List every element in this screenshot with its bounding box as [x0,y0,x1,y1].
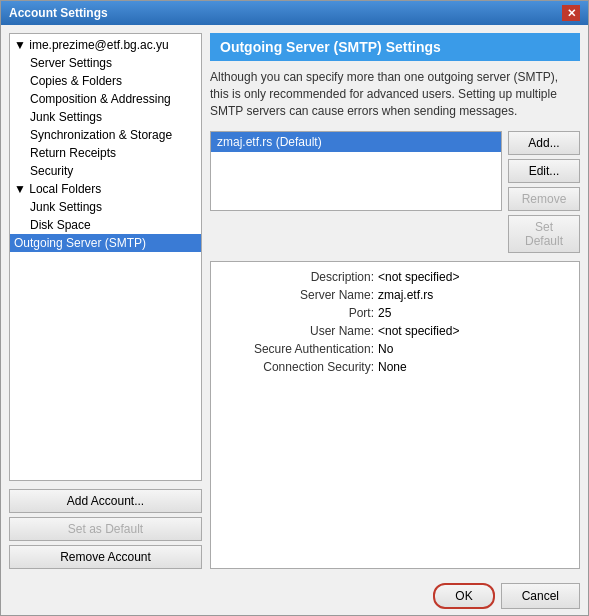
connection-security-value: None [378,360,407,374]
port-row: Port: 25 [219,306,571,320]
description-value: <not specified> [378,270,459,284]
server-list[interactable]: zmaj.etf.rs (Default) [210,131,502,211]
cancel-button[interactable]: Cancel [501,583,580,609]
sidebar-item-copies-folders[interactable]: Copies & Folders [10,72,201,90]
sidebar-item-return-receipts[interactable]: Return Receipts [10,144,201,162]
left-panel: ▼ ime.prezime@etf.bg.ac.yu Server Settin… [9,33,202,569]
add-account-button[interactable]: Add Account... [9,489,202,513]
server-name-label: Server Name: [219,288,374,302]
sidebar-item-outgoing-smtp[interactable]: Outgoing Server (SMTP) [10,234,201,252]
secure-auth-value: No [378,342,393,356]
sidebar-item-server-settings[interactable]: Server Settings [10,54,201,72]
account-node[interactable]: ▼ ime.prezime@etf.bg.ac.yu [10,36,201,54]
tree-container: ▼ ime.prezime@etf.bg.ac.yu Server Settin… [9,33,202,481]
smtp-description: Although you can specify more than one o… [210,69,580,119]
port-value: 25 [378,306,391,320]
server-side-buttons: Add... Edit... Remove Set Default [508,131,580,253]
sidebar-item-junk-local[interactable]: Junk Settings [10,198,201,216]
local-folders-node[interactable]: ▼ Local Folders [10,180,201,198]
connection-security-row: Connection Security: None [219,360,571,374]
set-as-default-button[interactable]: Set as Default [9,517,202,541]
server-name-value: zmaj.etf.rs [378,288,433,302]
right-panel: Outgoing Server (SMTP) Settings Although… [210,33,580,569]
close-button[interactable]: ✕ [562,5,580,21]
user-name-value: <not specified> [378,324,459,338]
bottom-buttons: Add Account... Set as Default Remove Acc… [9,489,202,569]
user-name-label: User Name: [219,324,374,338]
footer: OK Cancel [1,577,588,615]
connection-security-label: Connection Security: [219,360,374,374]
sidebar-item-junk[interactable]: Junk Settings [10,108,201,126]
account-settings-window: Account Settings ✕ ▼ ime.prezime@etf.bg.… [0,0,589,616]
server-details: Description: <not specified> Server Name… [210,261,580,569]
secure-auth-row: Secure Authentication: No [219,342,571,356]
sidebar-item-disk-space[interactable]: Disk Space [10,216,201,234]
set-default-server-button[interactable]: Set Default [508,215,580,253]
window-title: Account Settings [9,6,108,20]
sidebar-item-composition[interactable]: Composition & Addressing [10,90,201,108]
user-name-row: User Name: <not specified> [219,324,571,338]
title-bar: Account Settings ✕ [1,1,588,25]
ok-button[interactable]: OK [433,583,494,609]
secure-auth-label: Secure Authentication: [219,342,374,356]
smtp-header: Outgoing Server (SMTP) Settings [210,33,580,61]
server-list-area: zmaj.etf.rs (Default) Add... Edit... Rem… [210,131,580,253]
sidebar-item-security[interactable]: Security [10,162,201,180]
port-label: Port: [219,306,374,320]
edit-server-button[interactable]: Edit... [508,159,580,183]
sidebar-item-sync[interactable]: Synchronization & Storage [10,126,201,144]
server-name-row: Server Name: zmaj.etf.rs [219,288,571,302]
description-label: Description: [219,270,374,284]
remove-server-button[interactable]: Remove [508,187,580,211]
add-server-button[interactable]: Add... [508,131,580,155]
main-content: ▼ ime.prezime@etf.bg.ac.yu Server Settin… [1,25,588,577]
description-row: Description: <not specified> [219,270,571,284]
remove-account-button[interactable]: Remove Account [9,545,202,569]
server-list-item[interactable]: zmaj.etf.rs (Default) [211,132,501,152]
